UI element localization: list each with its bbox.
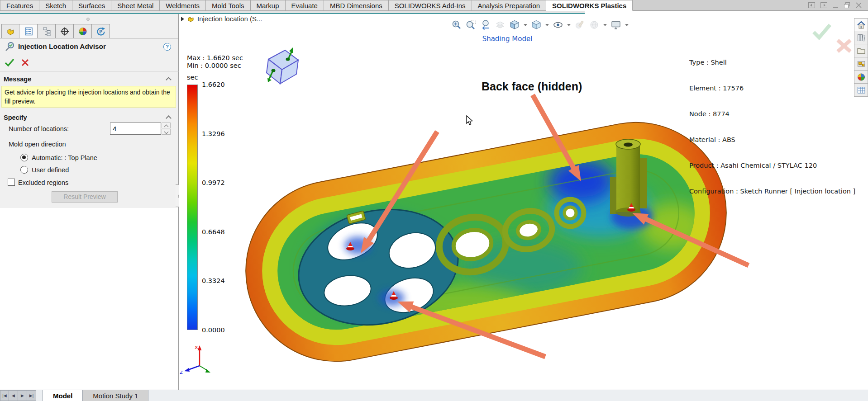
close-icon[interactable] — [856, 2, 862, 8]
configuration-tree-icon — [42, 26, 52, 36]
previous-tab-button[interactable]: ◀ — [9, 390, 18, 401]
excluded-regions-checkbox[interactable] — [8, 179, 15, 186]
crosshair-icon — [60, 26, 70, 36]
excluded-regions-label[interactable]: Excluded regions — [18, 179, 68, 186]
cancel-button[interactable] — [21, 58, 30, 69]
motion-study-tab[interactable]: Motion Study 1 — [83, 390, 148, 401]
radio-automatic-top-plane[interactable] — [20, 154, 28, 161]
number-of-locations-input[interactable] — [110, 123, 161, 135]
radio-user-defined[interactable] — [20, 166, 28, 174]
spinner-up-button[interactable] — [162, 123, 171, 128]
dock-pane-left-icon[interactable] — [808, 2, 815, 8]
tab-analysis-preparation[interactable]: Analysis Preparation — [472, 0, 547, 11]
edit-appearance-icon[interactable] — [574, 19, 586, 31]
dimxpertmanager-tab[interactable] — [56, 24, 74, 38]
tab-solidworks-add-ins[interactable]: SOLIDWORKS Add-Ins — [389, 0, 472, 11]
expand-tree-icon[interactable] — [181, 17, 184, 21]
radio-automatic-label[interactable]: Automatic: : Top Plane — [32, 154, 97, 161]
books-icon — [856, 33, 866, 42]
mouse-cursor — [467, 116, 472, 125]
panel-tab-strip: P — [1, 24, 110, 38]
folder-icon — [856, 46, 866, 56]
last-tab-button[interactable]: ▶| — [27, 390, 36, 401]
view-settings-icon[interactable] — [610, 19, 622, 31]
confirmation-corner-ok-icon[interactable] — [812, 22, 832, 42]
specify-section-header[interactable]: Specify — [4, 114, 27, 121]
scale-tick-label: 1.6620 — [202, 81, 225, 88]
min-value-label: Min : 0.0000 sec — [187, 62, 241, 69]
command-manager-strip — [0, 11, 585, 14]
file-explorer-button[interactable] — [854, 44, 868, 57]
tab-mbd-dimensions[interactable]: MBD Dimensions — [324, 0, 389, 11]
display-style-dropdown-icon[interactable] — [545, 24, 549, 26]
plasticsmanager-tab[interactable]: P — [92, 24, 110, 38]
tab-evaluate[interactable]: Evaluate — [286, 0, 324, 11]
propertymanager-tab[interactable] — [19, 24, 38, 38]
info-line: Configuration : Sketch Runner [ Injectio… — [689, 187, 855, 196]
custom-properties-button[interactable] — [854, 84, 868, 97]
tab-weldments[interactable]: Weldments — [160, 0, 206, 11]
scale-tick-label: 1.3296 — [202, 130, 225, 137]
appearances-button[interactable] — [854, 71, 868, 84]
tab-solidworks-plastics[interactable]: SOLIDWORKS Plastics — [546, 0, 633, 11]
display-style-icon[interactable] — [530, 19, 542, 31]
bottom-bar: |◀ ◀ ▶ ▶| Model Motion Study 1 — [0, 390, 868, 401]
info-line: Type : Shell — [689, 58, 855, 67]
view-orientation-icon[interactable] — [509, 19, 520, 31]
property-manager-icon — [24, 26, 33, 36]
task-pane-rail — [854, 18, 868, 97]
message-section-header[interactable]: Message — [4, 75, 31, 83]
section-view-icon[interactable] — [494, 19, 506, 31]
message-collapse-chevron-icon[interactable] — [167, 76, 171, 81]
apply-scene-icon[interactable] — [588, 19, 600, 31]
palette-machine-icon — [856, 59, 866, 69]
property-manager-panel: P Injection Location Advisor ? Message G… — [0, 14, 179, 390]
spinner-down-button[interactable] — [162, 129, 171, 135]
injection-advisor-icon — [4, 41, 15, 54]
zoom-to-fit-icon[interactable] — [451, 19, 463, 31]
restore-icon[interactable] — [844, 2, 850, 8]
tab-sheet-metal[interactable]: Sheet Metal — [111, 0, 160, 11]
model-tab[interactable]: Model — [43, 390, 83, 401]
max-value-label: Max : 1.6620 sec — [187, 54, 243, 61]
appearance-globe-icon — [856, 72, 866, 82]
minimize-icon[interactable] — [833, 2, 839, 8]
mold-direction-indicator — [267, 47, 298, 84]
view-palette-button[interactable] — [854, 57, 868, 71]
info-line: Material : ABS — [689, 136, 855, 144]
breadcrumb[interactable]: Injection location (S... — [181, 15, 262, 23]
info-line: Element : 17576 — [689, 84, 855, 93]
shading-model-label: Shading Model — [469, 35, 546, 43]
tab-mold-tools[interactable]: Mold Tools — [206, 0, 250, 11]
dock-pane-right-icon[interactable] — [820, 2, 827, 8]
window-controls — [808, 0, 868, 10]
tab-surfaces[interactable]: Surfaces — [72, 0, 111, 11]
ok-button[interactable] — [5, 58, 14, 69]
hide-show-items-icon[interactable] — [552, 19, 564, 31]
reference-triad: x z — [180, 344, 210, 375]
result-preview-button[interactable]: Result Preview — [52, 191, 118, 203]
specify-collapse-chevron-icon[interactable] — [167, 115, 171, 119]
configurationmanager-tab[interactable] — [38, 24, 56, 38]
home-tab-button[interactable] — [854, 18, 868, 31]
previous-view-icon[interactable] — [480, 19, 491, 31]
apply-scene-dropdown-icon[interactable] — [603, 24, 607, 26]
tab-markup[interactable]: Markup — [251, 0, 286, 11]
radio-user-defined-label[interactable]: User defined — [32, 166, 69, 174]
view-settings-dropdown-icon[interactable] — [625, 24, 629, 26]
first-tab-button[interactable]: |◀ — [0, 390, 9, 401]
scale-tick-label: 0.9972 — [202, 179, 225, 186]
featuremanager-tree-tab[interactable] — [1, 24, 19, 38]
graphics-viewport[interactable]: x z Injection location (S... Shadin — [179, 14, 868, 390]
confirmation-corner-cancel-icon[interactable] — [835, 38, 853, 56]
tab-sketch[interactable]: Sketch — [39, 0, 72, 11]
zoom-to-area-icon[interactable] — [465, 19, 477, 31]
panel-grip[interactable] — [86, 18, 90, 21]
view-orientation-dropdown-icon[interactable] — [524, 24, 527, 26]
next-tab-button[interactable]: ▶ — [18, 390, 27, 401]
hide-show-items-dropdown-icon[interactable] — [567, 24, 571, 26]
help-icon[interactable]: ? — [163, 43, 171, 51]
design-library-button[interactable] — [854, 31, 868, 44]
tab-features[interactable]: Features — [0, 0, 39, 11]
displaymanager-tab[interactable] — [74, 24, 92, 38]
